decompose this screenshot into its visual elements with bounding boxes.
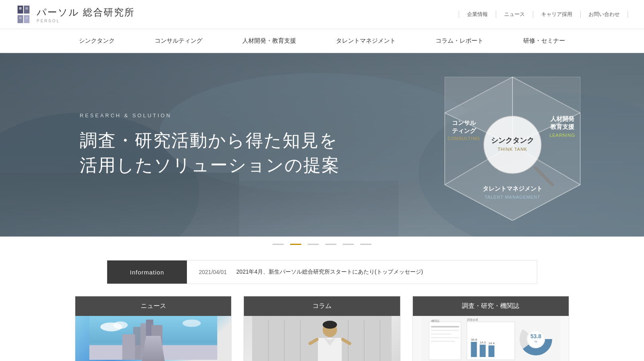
svg-rect-51 (364, 320, 365, 361)
slider-dot-6[interactable] (360, 244, 371, 245)
column-card-image (244, 316, 400, 361)
svg-rect-61 (431, 326, 459, 327)
main-nav-column[interactable]: コラム・レポート (416, 29, 503, 53)
svg-rect-65 (431, 341, 455, 342)
column-image-svg (244, 316, 400, 361)
column-card-header: コラム (244, 296, 400, 316)
hero-title-line2: 活用したソリューションの提案 (80, 155, 340, 175)
svg-text:CONSULTING: CONSULTING (448, 136, 480, 141)
research-card-header: 調査・研究・機関誌 (413, 296, 569, 316)
svg-text:THINK TANK: THINK TANK (498, 147, 527, 152)
cards-section: ニュース (67, 296, 577, 361)
hero-title: 調査・研究活動から得た知見を 活用したソリューションの提案 (80, 128, 340, 177)
svg-text:調査結果: 調査結果 (467, 318, 478, 321)
main-nav-hr-dev[interactable]: 人材開発・教育支援 (222, 29, 316, 53)
hero-diagram: シンクタンク THINK TANK コンサル ティング CONSULTING 人… (429, 69, 596, 221)
news-card-header: ニュース (75, 296, 231, 316)
svg-text:ティング: ティング (452, 127, 477, 134)
site-logo-text: パーソル 総合研究所 (37, 7, 135, 18)
top-navigation: 企業情報 ニュース キャリア採用 お問い合わせ (459, 11, 628, 18)
svg-text:LEARNING: LEARNING (550, 133, 575, 138)
news-card[interactable]: ニュース (75, 296, 232, 361)
svg-rect-4 (19, 7, 22, 10)
research-image-svg: 34.6 14.0 14.4 53.8 % 調査結果 機関誌 (413, 316, 569, 361)
top-nav-career[interactable]: キャリア採用 (533, 11, 581, 18)
svg-rect-39 (151, 325, 163, 360)
svg-rect-48 (300, 320, 301, 361)
svg-text:機関誌: 機関誌 (431, 320, 439, 322)
hero-section: RESEARCH & SOLUTION 調査・研究活動から得た知見を 活用したソ… (0, 53, 644, 237)
svg-rect-35 (89, 345, 217, 360)
information-date: 2021/04/01 (199, 269, 227, 275)
svg-rect-50 (348, 320, 349, 361)
research-card[interactable]: 調査・研究・機関誌 34.6 14.0 14.4 (412, 296, 569, 361)
svg-rect-69 (479, 345, 485, 357)
svg-point-22 (484, 116, 541, 174)
persol-logo-icon (16, 5, 32, 24)
main-nav-talent[interactable]: タレントマネジメント (316, 29, 416, 53)
svg-rect-52 (380, 320, 381, 361)
column-card[interactable]: コラム (243, 296, 400, 361)
slider-dots (0, 237, 644, 252)
svg-text:コンサル: コンサル (452, 119, 476, 126)
svg-rect-5 (26, 7, 28, 10)
svg-rect-71 (488, 345, 494, 357)
slider-dot-1[interactable] (273, 244, 284, 245)
svg-rect-63 (431, 333, 451, 335)
site-logo-sub: PERSOL (37, 19, 135, 23)
svg-rect-7 (26, 17, 28, 19)
information-bar: Information 2021/04/01 2021年4月、新生パーソル総合研… (107, 260, 537, 284)
slider-dot-3[interactable] (308, 244, 319, 245)
main-nav-think-tank[interactable]: シンクタンク (59, 29, 135, 53)
svg-rect-46 (268, 320, 269, 361)
information-label: Information (107, 260, 187, 284)
logo-area[interactable]: パーソル 総合研究所 PERSOL (16, 5, 135, 24)
information-content: 2021/04/01 2021年4月、新生パーソル総合研究所スタートにあたり(ト… (187, 260, 537, 284)
slider-dot-4[interactable] (325, 244, 336, 245)
svg-point-43 (183, 320, 201, 327)
svg-point-54 (323, 321, 337, 329)
hero-label: RESEARCH & SOLUTION (80, 112, 340, 118)
svg-text:シンクタンク: シンクタンク (491, 136, 534, 144)
svg-text:TALENT MANAGEMENT: TALENT MANAGEMENT (485, 195, 540, 199)
main-nav-seminar[interactable]: 研修・セミナー (503, 29, 585, 53)
svg-text:人材開発: 人材開発 (550, 115, 575, 122)
top-header: パーソル 総合研究所 PERSOL 企業情報 ニュース キャリア採用 お問い合わ… (0, 0, 644, 29)
svg-rect-62 (431, 330, 459, 331)
svg-text:14.0: 14.0 (479, 341, 486, 344)
main-nav-consulting[interactable]: コンサルティング (135, 29, 222, 53)
main-navigation: シンクタンク コンサルティング 人材開発・教育支援 タレントマネジメント コラム… (0, 29, 644, 53)
slider-dot-5[interactable] (343, 244, 354, 245)
information-link[interactable]: 2021年4月、新生パーソル総合研究所スタートにあたり(トップメッセージ) (236, 268, 423, 276)
top-nav-company[interactable]: 企業情報 (459, 11, 496, 18)
svg-text:34.6: 34.6 (471, 338, 477, 341)
svg-text:教育支援: 教育支援 (550, 123, 575, 130)
svg-rect-12 (239, 181, 399, 237)
svg-point-42 (113, 322, 128, 329)
svg-rect-40 (122, 334, 135, 360)
svg-text:53.8: 53.8 (530, 333, 541, 339)
svg-rect-67 (471, 342, 477, 357)
svg-rect-6 (19, 17, 22, 19)
svg-text:タレントマネジメント: タレントマネジメント (483, 185, 542, 192)
svg-rect-47 (284, 320, 285, 361)
news-image-svg (75, 316, 231, 360)
slider-dot-2[interactable] (290, 244, 301, 245)
hero-title-line1: 調査・研究活動から得た知見を (80, 130, 338, 150)
svg-rect-64 (431, 337, 459, 338)
top-nav-news[interactable]: ニュース (496, 11, 533, 18)
diagram-svg: シンクタンク THINK TANK コンサル ティング CONSULTING 人… (429, 69, 596, 221)
svg-text:14.4: 14.4 (488, 341, 495, 345)
research-card-image: 34.6 14.0 14.4 53.8 % 調査結果 機関誌 (413, 316, 569, 361)
hero-content: RESEARCH & SOLUTION 調査・研究活動から得た知見を 活用したソ… (80, 112, 340, 177)
top-nav-contact[interactable]: お問い合わせ (581, 11, 628, 18)
svg-rect-11 (0, 173, 239, 237)
svg-text:%: % (534, 340, 537, 343)
news-card-image (75, 316, 231, 361)
